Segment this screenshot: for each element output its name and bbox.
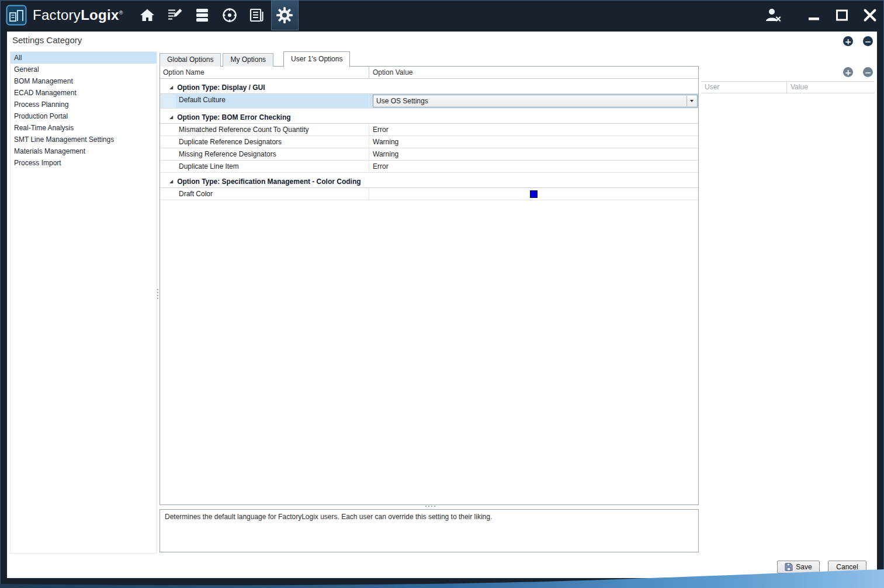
option-row-draft-color[interactable]: Draft Color xyxy=(160,188,698,200)
option-name-cell[interactable]: Default Culture xyxy=(176,94,369,108)
window-controls xyxy=(759,0,884,30)
group-expander-icon[interactable]: ◢ xyxy=(169,179,173,184)
gear-icon xyxy=(276,6,293,24)
remove-user-override-button[interactable]: − xyxy=(863,67,873,77)
documents-icon xyxy=(249,8,265,23)
settings-category-list: AllGeneralBOM ManagementECAD ManagementP… xyxy=(10,51,157,554)
maximize-button[interactable] xyxy=(828,0,856,30)
option-description-text: Determines the default language for Fact… xyxy=(165,513,492,521)
close-button[interactable] xyxy=(856,0,884,30)
default-culture-dropdown[interactable]: Use OS Settings xyxy=(373,95,698,107)
add-category-button[interactable]: + xyxy=(843,36,853,46)
sidebar-splitter[interactable] xyxy=(157,289,158,290)
option-name-cell[interactable]: Duplicate Reference Designators xyxy=(176,136,369,148)
user-logout-icon xyxy=(764,7,782,23)
option-group-option-type-specification-management-color-coding[interactable]: ◢Option Type: Specification Management -… xyxy=(160,175,698,188)
settings-page: Settings Category + − AllGeneralBOM Mana… xyxy=(7,32,877,578)
option-group-label: Option Type: BOM Error Checking xyxy=(177,113,290,121)
draft-color-swatch[interactable] xyxy=(530,190,538,198)
save-button[interactable]: Save xyxy=(777,561,820,573)
sidebar-item-ecad-management[interactable]: ECAD Management xyxy=(11,87,157,99)
tab-user-1-s-options[interactable]: User 1's Options xyxy=(283,51,350,67)
add-user-override-button[interactable]: + xyxy=(843,67,853,77)
option-value-cell: Use OS Settings xyxy=(369,94,698,108)
factorylogix-window: { "titlebar": { "brand": { "regular": "F… xyxy=(0,0,884,588)
tab-my-options[interactable]: My Options xyxy=(223,53,273,67)
bom-editor-button[interactable] xyxy=(161,0,189,30)
sidebar-item-process-planning[interactable]: Process Planning xyxy=(11,99,157,110)
column-header-option-name[interactable]: Option Name xyxy=(160,67,369,78)
option-description-box: Determines the default language for Fact… xyxy=(160,509,699,552)
row-header xyxy=(160,161,176,172)
option-row-duplicate-line-item[interactable]: Duplicate Line ItemError xyxy=(160,161,698,173)
description-splitter[interactable] xyxy=(425,506,427,507)
user-overrides-header: User Value xyxy=(701,81,875,93)
row-header xyxy=(160,136,176,148)
navigator-compass-icon xyxy=(221,7,238,23)
dropdown-selected-value: Use OS Settings xyxy=(376,95,428,107)
option-value-cell: Error xyxy=(369,124,698,135)
app-title: FactoryLogix® xyxy=(33,7,123,23)
sidebar-item-process-import[interactable]: Process Import xyxy=(11,157,157,169)
option-name-cell[interactable]: Duplicate Line Item xyxy=(176,161,369,172)
sidebar-item-real-time-analysis[interactable]: Real-Time Analysis xyxy=(11,122,157,134)
group-expander-icon[interactable]: ◢ xyxy=(169,115,173,120)
sidebar-item-all[interactable]: All xyxy=(11,52,157,64)
sidebar-item-production-portal[interactable]: Production Portal xyxy=(11,110,157,122)
option-name-cell[interactable]: Draft Color xyxy=(176,188,369,200)
option-row-duplicate-reference-designators[interactable]: Duplicate Reference DesignatorsWarning xyxy=(160,136,698,148)
cancel-button-label: Cancel xyxy=(836,563,858,571)
remove-category-button[interactable]: − xyxy=(863,36,873,46)
navigator-button[interactable] xyxy=(216,0,244,30)
column-header-value[interactable]: Value xyxy=(787,82,875,93)
option-group-option-type-display-gui[interactable]: ◢Option Type: Display / GUI xyxy=(160,81,698,94)
option-group-label: Option Type: Display / GUI xyxy=(177,83,265,92)
home-button[interactable] xyxy=(134,0,161,30)
chevron-down-icon[interactable] xyxy=(687,96,696,106)
row-header xyxy=(160,94,176,108)
sidebar-item-bom-management[interactable]: BOM Management xyxy=(11,75,157,87)
materials-button[interactable] xyxy=(189,0,216,30)
option-group-option-type-bom-error-checking[interactable]: ◢Option Type: BOM Error Checking xyxy=(160,111,698,124)
home-icon xyxy=(139,8,155,23)
app-logo-icon xyxy=(6,5,27,26)
user-logout-button[interactable] xyxy=(759,0,787,30)
sidebar-item-general[interactable]: General xyxy=(11,64,157,75)
sidebar-item-materials-management[interactable]: Materials Management xyxy=(11,145,157,157)
options-table-body: ◢Option Type: Display / GUIDefault Cultu… xyxy=(160,81,698,200)
app-brand: FactoryLogix® xyxy=(6,5,123,26)
option-group-label: Option Type: Specification Management - … xyxy=(177,178,360,186)
sidebar-item-smt-line-management-settings[interactable]: SMT Line Management Settings xyxy=(11,134,157,145)
option-value-cell: Error xyxy=(369,161,698,172)
options-tab-strip: Global OptionsMy OptionsUser 1's Options xyxy=(160,51,352,67)
column-header-option-value[interactable]: Option Value xyxy=(369,67,698,78)
options-grid-header: Option Name Option Value xyxy=(160,67,698,79)
option-name-cell[interactable]: Missing Reference Designators xyxy=(176,148,369,160)
option-name-cell[interactable]: Mismatched Reference Count To Quantity xyxy=(176,124,369,135)
option-value-cell xyxy=(369,188,698,200)
option-row-missing-reference-designators[interactable]: Missing Reference DesignatorsWarning xyxy=(160,148,698,161)
settings-category-title: Settings Category xyxy=(12,35,82,45)
titlebar: FactoryLogix® xyxy=(0,0,884,30)
bom-editor-icon xyxy=(167,8,183,23)
minimize-icon xyxy=(806,8,821,23)
documents-button[interactable] xyxy=(244,0,271,30)
dropdown-arrow-glyph xyxy=(690,100,694,102)
main-nav xyxy=(134,0,299,30)
cancel-button[interactable]: Cancel xyxy=(828,561,866,573)
option-value-cell: Warning xyxy=(369,136,698,148)
column-header-user[interactable]: User xyxy=(701,82,787,93)
materials-stack-icon xyxy=(194,8,210,23)
tab-global-options[interactable]: Global Options xyxy=(160,53,221,67)
minimize-button[interactable] xyxy=(800,0,828,30)
options-grid: Option Name Option Value ◢Option Type: D… xyxy=(160,66,699,505)
row-header xyxy=(160,188,176,200)
row-header xyxy=(160,148,176,160)
save-button-label: Save xyxy=(796,563,812,571)
save-disk-icon xyxy=(785,563,793,571)
settings-button[interactable] xyxy=(271,0,299,30)
group-expander-icon[interactable]: ◢ xyxy=(169,85,173,90)
option-row-mismatched-reference-count-to-quantity[interactable]: Mismatched Reference Count To QuantityEr… xyxy=(160,124,698,136)
option-row-default-culture[interactable]: Default CultureUse OS Settings xyxy=(160,94,698,109)
close-icon xyxy=(862,7,878,23)
